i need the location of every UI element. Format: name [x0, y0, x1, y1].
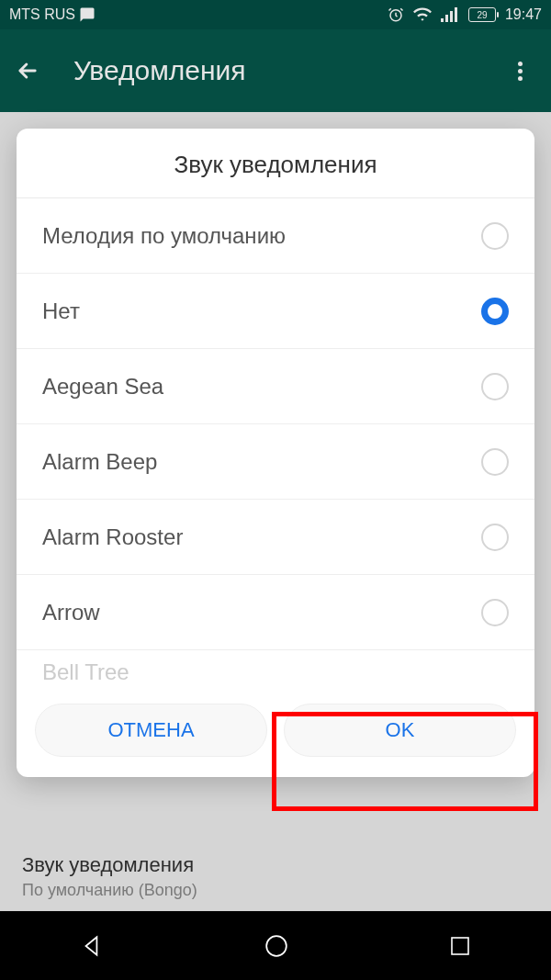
svg-rect-3 [450, 11, 453, 22]
clock-label: 19:47 [505, 6, 542, 23]
option-list: Мелодия по умолчанию Нет Aegean Sea Alar… [17, 198, 534, 687]
signal-icon [441, 7, 459, 22]
sound-option[interactable]: Мелодия по умолчанию [17, 198, 534, 274]
ok-button[interactable]: OK [284, 704, 516, 757]
battery-icon: 29 [468, 7, 496, 22]
option-label: Arrow [42, 600, 481, 625]
wifi-icon [413, 7, 432, 22]
svg-rect-4 [455, 7, 457, 22]
sound-option-partial[interactable]: Bell Tree [17, 650, 534, 687]
option-label: Мелодия по умолчанию [42, 223, 481, 249]
radio-icon[interactable] [481, 599, 509, 626]
dialog-title: Звук уведомления [17, 129, 534, 198]
option-label: Alarm Rooster [42, 524, 481, 550]
status-bar: MTS RUS 29 19:47 [0, 0, 551, 29]
sound-option[interactable]: Aegean Sea [17, 349, 534, 424]
svg-rect-6 [452, 938, 468, 954]
status-left: MTS RUS [9, 6, 96, 23]
status-right: 29 19:47 [388, 6, 542, 23]
option-label: Bell Tree [42, 659, 509, 685]
nav-bar [0, 911, 551, 980]
option-label: Нет [42, 299, 481, 324]
nav-home-icon[interactable] [264, 934, 288, 958]
svg-rect-2 [445, 15, 448, 22]
dialog-buttons: ОТМЕНА OK [17, 687, 534, 777]
sound-dialog: Звук уведомления Мелодия по умолчанию Не… [17, 129, 534, 777]
alarm-icon [388, 6, 404, 23]
svg-rect-1 [441, 18, 444, 22]
bg-setting-row[interactable]: Звук уведомления По умолчанию (Bongo) [0, 842, 551, 911]
svg-point-5 [266, 936, 287, 956]
radio-icon[interactable] [481, 448, 509, 476]
sound-option[interactable]: Нет [17, 274, 534, 349]
carrier-label: MTS RUS [9, 6, 75, 23]
nav-back-icon[interactable] [80, 934, 104, 958]
radio-icon[interactable] [481, 298, 509, 325]
back-icon[interactable] [15, 58, 40, 84]
option-label: Alarm Beep [42, 449, 481, 475]
radio-icon[interactable] [481, 373, 509, 400]
sound-option[interactable]: Alarm Rooster [17, 500, 534, 575]
nav-recent-icon[interactable] [449, 935, 471, 957]
battery-pct: 29 [477, 10, 487, 20]
radio-icon[interactable] [481, 524, 509, 551]
bg-setting-sub: По умолчанию (Bongo) [22, 881, 529, 900]
cancel-button[interactable]: ОТМЕНА [35, 704, 267, 757]
page-title: Уведомления [73, 55, 509, 86]
more-icon[interactable] [509, 60, 531, 82]
sound-option[interactable]: Arrow [17, 575, 534, 650]
bg-setting-title: Звук уведомления [22, 853, 529, 877]
radio-icon[interactable] [481, 222, 509, 250]
sound-option[interactable]: Alarm Beep [17, 424, 534, 500]
chat-icon [79, 6, 96, 23]
app-bar: Уведомления [0, 29, 551, 112]
option-label: Aegean Sea [42, 374, 481, 400]
